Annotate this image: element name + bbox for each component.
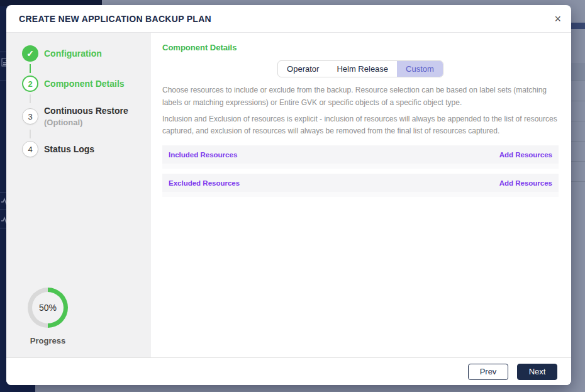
- step-number: 3: [22, 108, 38, 125]
- included-resources-section: Included Resources Add Resources: [162, 145, 559, 169]
- prev-button[interactable]: Prev: [468, 364, 508, 380]
- step-status-logs[interactable]: 4 Status Logs: [22, 141, 151, 157]
- step-sublabel: (Optional): [44, 118, 128, 127]
- step-number: 4: [22, 141, 38, 157]
- excluded-resources-section: Excluded Resources Add Resources: [162, 174, 559, 197]
- check-icon: ✓: [22, 45, 38, 62]
- section-label: Excluded Resources: [169, 179, 240, 187]
- step-label: Configuration: [44, 48, 102, 59]
- progress-indicator: 50% Progress: [22, 288, 74, 345]
- description-paragraph: Inclusion and Exclusion of resources is …: [162, 113, 559, 138]
- excluded-resources-row: Excluded Resources Add Resources: [162, 174, 559, 192]
- add-excluded-resources-link[interactable]: Add Resources: [499, 179, 552, 187]
- step-label: Component Details: [44, 79, 125, 89]
- component-details-content: Component Details Operator Helm Release …: [151, 33, 571, 357]
- modal-title: CREATE NEW APPLICATION BACKUP PLAN: [19, 14, 211, 24]
- wizard-stepper-panel: ✓ Configuration 2 Component Details 3 Co…: [6, 33, 151, 357]
- resource-type-tab-group: Operator Helm Release Custom: [277, 60, 443, 77]
- close-icon[interactable]: ×: [554, 13, 561, 25]
- step-connector: [30, 130, 31, 138]
- step-connector: [30, 94, 31, 103]
- add-included-resources-link[interactable]: Add Resources: [499, 151, 552, 159]
- included-resources-row: Included Resources Add Resources: [162, 145, 559, 164]
- step-continuous-restore[interactable]: 3 Continuous Restore (Optional): [22, 106, 151, 127]
- modal-footer: Prev Next: [6, 357, 571, 385]
- tab-custom[interactable]: Custom: [397, 61, 443, 77]
- step-component-details[interactable]: 2 Component Details: [22, 76, 151, 92]
- description-paragraph: Choose resources to include or exclude f…: [162, 84, 559, 109]
- tab-helm-release[interactable]: Helm Release: [328, 61, 397, 77]
- section-label: Included Resources: [169, 151, 237, 159]
- content-heading: Component Details: [162, 43, 559, 52]
- progress-label: Progress: [22, 336, 74, 345]
- step-number: 2: [22, 76, 38, 92]
- tabs-row: Operator Helm Release Custom: [162, 60, 559, 77]
- section-strip: [162, 192, 559, 197]
- screen: CREATE NEW APPLICATION BACKUP PLAN × ✓ C…: [0, 0, 585, 392]
- modal-body: ✓ Configuration 2 Component Details 3 Co…: [6, 33, 571, 357]
- modal-header: CREATE NEW APPLICATION BACKUP PLAN ×: [6, 5, 571, 33]
- resource-sections: Included Resources Add Resources Exclude…: [162, 145, 559, 197]
- create-backup-plan-modal: CREATE NEW APPLICATION BACKUP PLAN × ✓ C…: [6, 5, 571, 385]
- tab-operator[interactable]: Operator: [278, 61, 328, 77]
- step-configuration[interactable]: ✓ Configuration: [22, 45, 151, 62]
- progress-ring: 50%: [28, 288, 68, 328]
- step-label: Continuous Restore: [44, 106, 128, 116]
- next-button[interactable]: Next: [517, 364, 557, 380]
- section-strip: [162, 164, 559, 169]
- step-label: Status Logs: [44, 144, 94, 154]
- step-connector: [30, 64, 31, 73]
- progress-percent: 50%: [32, 292, 64, 323]
